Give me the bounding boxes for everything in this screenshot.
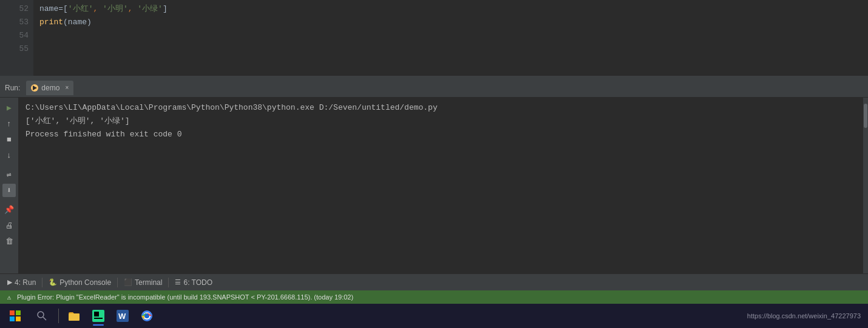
pycharm-icon — [92, 310, 104, 322]
search-icon — [37, 311, 47, 321]
run-stop-btn[interactable]: ■ — [2, 133, 16, 146]
line-num-55: 55 — [0, 42, 29, 56]
run-play-btn[interactable]: ▶ — [2, 101, 16, 115]
run-print-btn[interactable]: 🖨 — [2, 219, 16, 232]
terminal-label: Terminal — [135, 278, 162, 287]
python-console-label: Python Console — [59, 278, 111, 287]
run-pin-btn[interactable]: ⬇ — [2, 184, 16, 197]
word-icon: W — [117, 310, 129, 322]
code-line-54 — [39, 29, 862, 42]
file-explorer-icon — [68, 310, 80, 321]
pycharm-button[interactable] — [87, 305, 110, 327]
chrome-icon — [141, 310, 153, 322]
svg-rect-9 — [94, 318, 103, 319]
run-tab-name: demo — [41, 84, 59, 92]
scrollbar-thumb — [864, 104, 867, 128]
code-content[interactable]: name=['小红', '小明', '小绿'] print(name) — [33, 0, 868, 76]
todo-label: 6: TODO — [183, 278, 212, 287]
run-label: Run: — [5, 84, 20, 92]
python-console-btn[interactable]: 🐍 Python Console — [45, 276, 115, 289]
word-button[interactable]: W — [111, 305, 134, 327]
editor-area: 52 53 54 55 name=['小红', '小明', '小绿'] prin… — [0, 0, 868, 76]
code-line-52: name=['小红', '小明', '小绿'] — [39, 2, 862, 16]
run-tab-label: 4: Run — [15, 278, 36, 287]
status-bar: ⚠ Plugin Error: Plugin "ExcelReader" is … — [0, 290, 868, 304]
svg-rect-6 — [69, 313, 80, 321]
line-num-54: 54 — [0, 29, 29, 42]
line-num-52: 52 — [0, 2, 29, 16]
run-delete-btn[interactable]: 🗑 — [2, 235, 16, 248]
terminal-btn[interactable]: ⬛ Terminal — [120, 276, 166, 289]
run-scrollup-btn[interactable]: ↑ — [2, 117, 16, 130]
todo-icon: ☰ — [175, 278, 181, 286]
svg-rect-0 — [10, 310, 15, 315]
taskbar-sep — [58, 309, 59, 323]
search-button[interactable] — [29, 305, 55, 327]
line-num-53: 53 — [0, 16, 29, 29]
taskbar: W https://blog.csdn.net/weixin_47227973 — [0, 304, 868, 328]
file-explorer-button[interactable] — [63, 305, 86, 327]
output-scrollbar[interactable] — [863, 98, 868, 273]
windows-logo-icon — [10, 310, 21, 321]
output-line-1: C:\Users\LI\AppData\Local\Programs\Pytho… — [25, 101, 856, 115]
svg-rect-10 — [94, 315, 98, 316]
run-tab-demo[interactable]: demo × — [26, 81, 73, 95]
run-tabbar: Run: demo × — [0, 78, 868, 98]
line-numbers: 52 53 54 55 — [0, 0, 33, 76]
toolbar-sep-3 — [168, 278, 169, 287]
output-line-2: ['小红', '小明', '小绿'] — [25, 115, 856, 128]
svg-rect-1 — [16, 310, 21, 315]
status-text: Plugin Error: Plugin "ExcelReader" is in… — [17, 293, 353, 301]
svg-rect-2 — [10, 316, 15, 321]
output-line-4: Process finished with exit code 0 — [25, 128, 856, 141]
run-tab-icon: ▶ — [7, 278, 12, 286]
run-tab-close[interactable]: × — [65, 84, 69, 91]
windows-start-button[interactable] — [2, 305, 28, 327]
toolbar-sep-2 — [117, 278, 118, 287]
chrome-button[interactable] — [135, 305, 158, 327]
todo-btn[interactable]: ☰ 6: TODO — [171, 276, 216, 289]
python-console-icon: 🐍 — [49, 278, 57, 286]
run-output[interactable]: C:\Users\LI\AppData\Local\Programs\Pytho… — [18, 98, 863, 273]
svg-rect-3 — [16, 316, 21, 321]
run-panel: Run: demo × ▶ ↑ ■ ↓ ⇌ ⬇ 📌 🖨 🗑 C:\Users\L… — [0, 78, 868, 273]
svg-text:W: W — [118, 312, 126, 321]
status-warning-icon: ⚠ — [5, 293, 13, 301]
bottom-toolbar: ▶ 4: Run 🐍 Python Console ⬛ Terminal ☰ 6… — [0, 273, 868, 290]
run-tab-icon — [31, 84, 38, 92]
run-body: ▶ ↑ ■ ↓ ⇌ ⬇ 📌 🖨 🗑 C:\Users\LI\AppData\Lo… — [0, 98, 868, 273]
taskbar-right-link: https://blog.csdn.net/weixin_47227973 — [747, 312, 866, 320]
terminal-icon: ⬛ — [124, 278, 132, 286]
run-scrolldown-btn[interactable]: ↓ — [2, 149, 16, 162]
code-line-53: print(name) — [39, 16, 862, 29]
toolbar-sep-1 — [42, 278, 42, 287]
code-line-55 — [39, 42, 862, 56]
svg-line-5 — [43, 317, 46, 320]
run-wrap-btn[interactable]: ⇌ — [2, 168, 16, 181]
run-tab-btn[interactable]: ▶ 4: Run — [4, 276, 39, 289]
run-sidebar: ▶ ↑ ■ ↓ ⇌ ⬇ 📌 🖨 🗑 — [0, 98, 18, 273]
svg-point-4 — [38, 312, 44, 318]
run-star-btn[interactable]: 📌 — [2, 203, 16, 216]
